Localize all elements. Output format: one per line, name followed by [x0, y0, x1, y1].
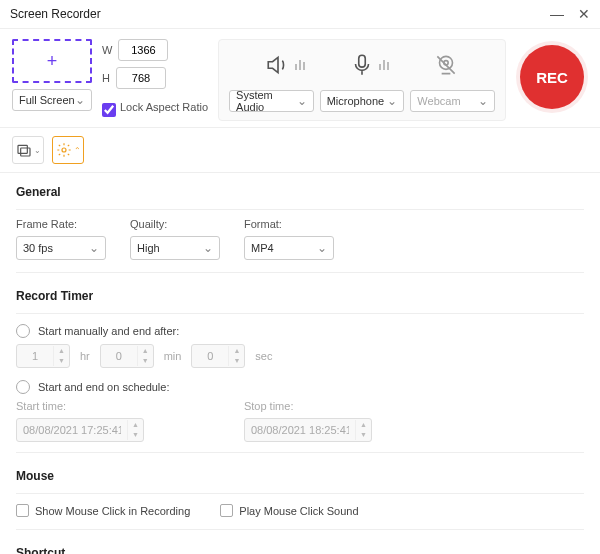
divider — [16, 452, 584, 453]
quality-select[interactable]: High — [130, 236, 220, 260]
hours-up[interactable]: ▲ — [54, 346, 69, 356]
mouse-section: Mouse — [0, 457, 600, 489]
webcam-icon — [433, 52, 459, 78]
shortcut-section: Shortcut — [0, 534, 600, 554]
minutes-spinner[interactable]: ▲▼ — [100, 344, 154, 368]
microphone-select[interactable]: Microphone — [320, 90, 405, 112]
settings-button[interactable]: ⌃ — [52, 136, 84, 164]
top-panel: + Full Screen W H Lock Aspect Ratio — [0, 29, 600, 128]
capture-mode-value: Full Screen — [19, 94, 75, 106]
general-header: General — [16, 179, 584, 205]
divider — [16, 209, 584, 210]
quality-value: High — [137, 242, 160, 254]
stop-time-input[interactable] — [245, 419, 355, 441]
radio-manual-label: Start manually and end after: — [38, 325, 179, 337]
format-value: MP4 — [251, 242, 274, 254]
frame-rate-value: 30 fps — [23, 242, 53, 254]
height-input[interactable] — [116, 67, 166, 89]
show-mouse-click-label: Show Mouse Click in Recording — [35, 505, 190, 517]
minutes-input[interactable] — [101, 345, 137, 367]
title-bar: Screen Recorder — ✕ — [0, 0, 600, 29]
radio-manual[interactable] — [16, 324, 30, 338]
hours-input[interactable] — [17, 345, 53, 367]
minutes-up[interactable]: ▲ — [138, 346, 153, 356]
close-button[interactable]: ✕ — [578, 6, 590, 22]
width-label: W — [102, 44, 112, 56]
stop-down[interactable]: ▼ — [356, 430, 371, 440]
seconds-unit: sec — [255, 350, 272, 362]
hours-spinner[interactable]: ▲▼ — [16, 344, 70, 368]
radio-schedule[interactable] — [16, 380, 30, 394]
format-label: Format: — [244, 218, 334, 230]
stop-time-field[interactable]: ▲▼ — [244, 418, 372, 442]
start-time-label: Start time: — [16, 400, 144, 412]
lock-aspect-label: Lock Aspect Ratio — [120, 101, 208, 113]
start-down[interactable]: ▼ — [128, 430, 143, 440]
capture-region-button[interactable]: + — [12, 39, 92, 83]
minimize-button[interactable]: — — [550, 6, 564, 22]
record-label: REC — [536, 69, 568, 86]
start-time-field[interactable]: ▲▼ — [16, 418, 144, 442]
radio-schedule-label: Start and end on schedule: — [38, 381, 169, 393]
mouse-header: Mouse — [16, 463, 584, 489]
play-click-sound-checkbox[interactable] — [220, 504, 233, 517]
svg-point-1 — [439, 56, 452, 69]
svg-rect-0 — [359, 55, 366, 67]
seconds-input[interactable] — [192, 345, 228, 367]
general-section: General — [0, 173, 600, 205]
webcam-select[interactable]: Webcam — [410, 90, 495, 112]
gallery-button[interactable]: ⌄ — [12, 136, 44, 164]
timer-section: Record Timer — [0, 277, 600, 309]
svg-point-5 — [62, 148, 66, 152]
lock-aspect-ratio[interactable]: Lock Aspect Ratio — [102, 101, 208, 117]
window-title: Screen Recorder — [10, 7, 101, 21]
shortcut-header: Shortcut — [16, 540, 584, 554]
dimensions-column: W H Lock Aspect Ratio — [102, 39, 208, 121]
minutes-down[interactable]: ▼ — [138, 356, 153, 366]
sources-panel: System Audio Microphone Webcam — [218, 39, 506, 121]
system-audio-value: System Audio — [236, 89, 297, 113]
width-input[interactable] — [118, 39, 168, 61]
divider — [16, 313, 584, 314]
hours-down[interactable]: ▼ — [54, 356, 69, 366]
timer-header: Record Timer — [16, 283, 584, 309]
seconds-up[interactable]: ▲ — [229, 346, 244, 356]
seconds-down[interactable]: ▼ — [229, 356, 244, 366]
stop-time-label: Stop time: — [244, 400, 372, 412]
minutes-unit: min — [164, 350, 182, 362]
capture-mode-select[interactable]: Full Screen — [12, 89, 92, 111]
stop-up[interactable]: ▲ — [356, 420, 371, 430]
svg-rect-3 — [18, 145, 27, 153]
frame-rate-label: Frame Rate: — [16, 218, 106, 230]
format-select[interactable]: MP4 — [244, 236, 334, 260]
show-mouse-click-checkbox[interactable] — [16, 504, 29, 517]
start-time-input[interactable] — [17, 419, 127, 441]
microphone-value: Microphone — [327, 95, 384, 107]
svg-rect-4 — [20, 148, 29, 156]
capture-column: + Full Screen — [12, 39, 92, 121]
system-audio-select[interactable]: System Audio — [229, 90, 314, 112]
frame-rate-select[interactable]: 30 fps — [16, 236, 106, 260]
play-click-sound-label: Play Mouse Click Sound — [239, 505, 358, 517]
speaker-icon — [265, 52, 305, 78]
lock-aspect-checkbox[interactable] — [102, 103, 116, 117]
divider — [16, 493, 584, 494]
start-up[interactable]: ▲ — [128, 420, 143, 430]
webcam-value: Webcam — [417, 95, 460, 107]
divider — [16, 272, 584, 273]
height-label: H — [102, 72, 110, 84]
microphone-icon — [349, 52, 389, 78]
quality-label: Quailty: — [130, 218, 220, 230]
hours-unit: hr — [80, 350, 90, 362]
record-button[interactable]: REC — [520, 45, 584, 109]
divider — [16, 529, 584, 530]
seconds-spinner[interactable]: ▲▼ — [191, 344, 245, 368]
secondary-toolbar: ⌄ ⌃ — [0, 128, 600, 173]
